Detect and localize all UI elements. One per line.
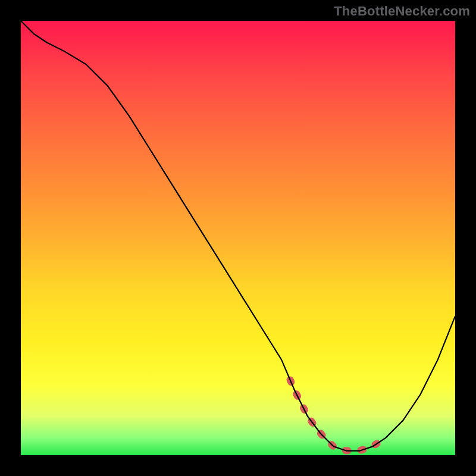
watermark-text: TheBottleNecker.com xyxy=(334,4,470,19)
plot-area xyxy=(21,21,455,455)
curve-layer xyxy=(21,21,455,455)
highlight-segment xyxy=(290,380,377,451)
bottleneck-curve xyxy=(21,21,455,451)
chart-root: TheBottleNecker.com xyxy=(0,0,476,476)
